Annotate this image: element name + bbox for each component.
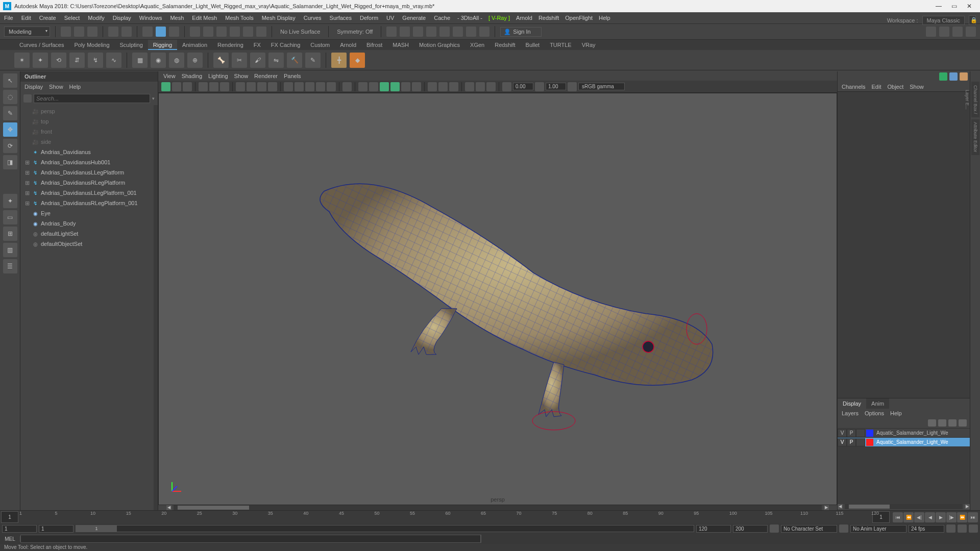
panel-toggle-icon[interactable] [479,27,489,37]
layer-hscroll[interactable]: ◀ ▶ [845,504,963,509]
outliner-node-front[interactable]: 🎥front [20,127,158,137]
vp-image-plane-icon[interactable] [199,82,208,91]
vp-all-lights-icon[interactable] [438,82,448,91]
vp-film-gate-icon[interactable] [247,82,256,91]
hscroll-right-icon[interactable]: ▶ [824,505,829,510]
command-input[interactable] [20,535,481,543]
vp-menu-renderer[interactable]: Renderer [254,73,278,79]
search-dropdown-icon[interactable]: ▾ [152,96,155,101]
move-tool[interactable]: ✥ [3,122,17,137]
menu-modify[interactable]: Modify [84,12,108,23]
close-button[interactable]: ✕ [962,1,977,11]
select-mode-object-icon[interactable] [142,27,153,37]
layer-color-swatch[interactable] [866,439,873,446]
toggle-attr-icon[interactable] [939,27,949,37]
step-back-key-icon[interactable]: ⏪ [903,512,914,522]
vp-ao-icon[interactable] [401,82,410,91]
menu-mesh-tools[interactable]: Mesh Tools [221,12,257,23]
cb-menu-channels[interactable]: Channels [842,84,865,90]
vp-menu-view[interactable]: View [163,73,176,79]
shelf-icon-paint-weights[interactable]: 🖌 [250,53,265,68]
shelf-tab-redshift[interactable]: Redshift [489,40,520,50]
menu-display[interactable]: Display [109,12,135,23]
undo-icon[interactable] [108,27,118,37]
layer-playback-toggle[interactable]: P [847,429,856,437]
shelf-icon-blend-shape[interactable]: ◍ [169,53,184,68]
shelf-icon-skin-bind[interactable]: 🦴 [213,53,229,68]
layer-type-toggle[interactable] [856,429,865,437]
vp-colorspace-icon[interactable] [568,82,577,91]
vp-selected-lights-icon[interactable] [449,82,458,91]
shelf-icon-joint[interactable]: ✶ [14,53,30,68]
cb-icon-2[interactable] [949,72,958,81]
vp-textured-icon[interactable] [305,82,314,91]
layer-color-swatch[interactable] [866,430,873,437]
shelf-tab-xgen[interactable]: XGen [465,40,489,50]
command-lang-label[interactable]: MEL [0,536,20,542]
layer-hscroll-left-icon[interactable]: ◀ [838,504,843,509]
character-set-combo[interactable]: No Character Set [781,525,837,533]
layer-move-down-icon[interactable] [938,419,946,427]
step-fwd-key-icon[interactable]: ⏩ [957,512,967,522]
live-surface-label[interactable]: No Live Surface [277,29,323,35]
anim-layer-combo[interactable]: No Anim Layer [850,525,906,533]
menu-cache[interactable]: Cache [430,12,454,23]
shelf-icon-constraint-parent[interactable]: ╋ [331,53,347,68]
layer-row-1[interactable]: V P Aquatic_Salamander_Light_We [838,428,970,437]
render-settings-icon[interactable] [426,27,436,37]
shelf-icon-ik-spline[interactable]: ∿ [106,53,121,68]
render-icon[interactable] [400,27,410,37]
menu-set-combo[interactable]: Modeling [4,27,50,37]
outliner-node-top[interactable]: 🎥top [20,116,158,127]
layout-custom[interactable]: ▥ [3,243,17,257]
layer-vis-toggle[interactable]: V [838,429,847,437]
auto-key-icon[interactable] [946,524,955,533]
outliner-scrollbar[interactable] [154,105,158,510]
snap-curve-icon[interactable] [203,27,213,37]
lasso-tool[interactable]: ◌ [3,90,17,104]
menu-surfaces[interactable]: Surfaces [326,12,356,23]
vp-lock-camera-icon[interactable] [172,82,181,91]
shelf-tab-sculpt[interactable]: Sculpting [115,40,148,50]
outliner-node-objset[interactable]: ◎defaultObjectSet [20,239,158,249]
anim-prefs-icon[interactable] [969,524,978,533]
tab-attribute-editor[interactable]: Attribute Editor [971,119,979,155]
snap-point-icon[interactable] [216,27,227,37]
shelf-tab-poly[interactable]: Poly Modeling [69,40,114,50]
layer-name[interactable]: Aquatic_Salamander_Light_We [874,439,970,445]
vp-motion-blur-icon[interactable] [412,82,421,91]
menu-deform[interactable]: Deform [356,12,382,23]
cb-icon-3[interactable] [960,72,968,81]
layer-new-empty-icon[interactable] [948,419,957,427]
layer-type-toggle[interactable] [856,438,865,446]
vp-snapshot-icon[interactable] [465,82,474,91]
outliner-node-rleg[interactable]: ⊞↯Andrias_DavidianusRLegPlatform [20,178,158,188]
layer-tab-display[interactable]: Display [838,398,866,409]
vp-menu-panels[interactable]: Panels [284,73,301,79]
cb-icon-1[interactable] [939,72,947,81]
shelf-icon-prune-weights[interactable]: ✎ [305,53,321,68]
shelf-tab-fx[interactable]: FX [249,40,266,50]
shelf-tab-custom[interactable]: Custom [305,40,335,50]
shelf-tab-fxcache[interactable]: FX Caching [266,40,305,50]
shelf-icon-mirror-weights[interactable]: ⇋ [268,53,284,68]
go-start-icon[interactable]: ⏮ [893,512,903,522]
shelf-tab-curves[interactable]: Curves / Surfaces [14,40,69,50]
vp-exposure-field[interactable]: 0.00 [513,83,533,90]
menu-windows[interactable]: Windows [135,12,166,23]
snap-live-icon[interactable] [256,27,266,37]
outliner-node-hub[interactable]: ⊞↯Andrias_DavidianusHub001 [20,157,158,167]
history-icon[interactable] [386,27,397,37]
vp-wireframe-on-shaded-icon[interactable] [390,82,400,91]
menu-uv[interactable]: UV [382,12,398,23]
hscroll-left-icon[interactable]: ◀ [166,505,172,510]
outliner-node-rleg001[interactable]: ⊞↯Andrias_DavidianusRLegPlatform_001 [20,198,158,208]
vp-menu-lighting[interactable]: Lighting [208,73,228,79]
menu-select[interactable]: Select [60,12,84,23]
shelf-icon-mirror-joint[interactable]: ⟲ [51,53,66,68]
menu-create[interactable]: Create [35,12,60,23]
outliner-menu-display[interactable]: Display [24,84,43,90]
viewport-3d[interactable]: persp [158,93,837,505]
step-back-icon[interactable]: ◀| [914,512,924,522]
range-start-field[interactable]: 1 [2,525,37,533]
